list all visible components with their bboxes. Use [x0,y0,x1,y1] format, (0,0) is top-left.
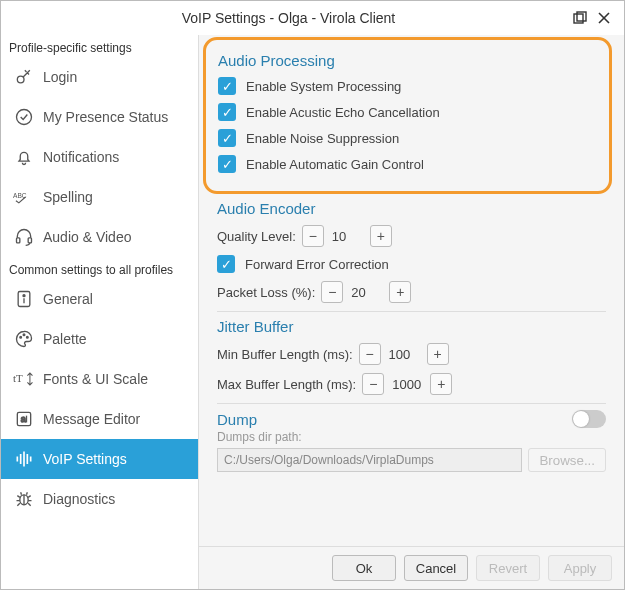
palette-icon [11,329,37,349]
svg-point-10 [23,295,25,297]
sidebar-item-audiovideo[interactable]: Audio & Video [1,217,198,257]
checkbox-icon: ✓ [218,77,236,95]
checkbox-noise-suppress[interactable]: ✓Enable Noise Suppression [218,129,597,147]
separator [217,311,606,312]
packetloss-stepper: − 20 + [321,281,411,303]
highlighted-section: Audio Processing ✓Enable System Processi… [203,37,612,194]
sidebar-item-palette[interactable]: Palette [1,319,198,359]
minbuffer-stepper: − 100 + [359,343,449,365]
sidebar-item-label: General [37,291,93,307]
sidebar-item-label: Palette [37,331,87,347]
maximize-icon[interactable] [568,6,592,30]
editor-icon: a [11,409,37,429]
checkbox-label: Enable Acustic Echo Cancellation [246,105,440,120]
sidebar-item-diagnostics[interactable]: Diagnostics [1,479,198,519]
maxbuffer-inc-button[interactable]: + [430,373,452,395]
sidebar-item-label: My Presence Status [37,109,168,125]
ok-button[interactable]: Ok [332,555,396,581]
sidebar-item-spelling[interactable]: ABC Spelling [1,177,198,217]
separator [217,403,606,404]
toggle-knob [573,411,589,427]
sidebar-item-label: Audio & Video [37,229,131,245]
key-icon [11,67,37,87]
maxbuffer-value: 1000 [390,377,424,392]
checkbox-system-processing[interactable]: ✓Enable System Processing [218,77,597,95]
sidebar-item-voip[interactable]: VoIP Settings [1,439,198,479]
sidebar-item-label: Spelling [37,189,93,205]
sidebar-item-label: Message Editor [37,411,140,427]
svg-rect-19 [17,457,19,462]
settings-window: VoIP Settings - Olga - Virola Client Pro… [0,0,625,590]
svg-point-4 [17,76,24,83]
svg-rect-8 [28,238,31,243]
sidebar-item-label: Diagnostics [37,491,115,507]
packetloss-label: Packet Loss (%): [217,285,315,300]
voip-icon [11,449,37,469]
dump-hint: Dumps dir path: [217,430,606,444]
sidebar-item-login[interactable]: Login [1,57,198,97]
checkbox-label: Enable System Processing [246,79,401,94]
sidebar-item-label: Fonts & UI Scale [37,371,148,387]
sidebar-item-general[interactable]: General [1,279,198,319]
quality-value: 10 [330,229,364,244]
checkbox-icon: ✓ [218,103,236,121]
dump-toggle[interactable] [572,410,606,428]
minbuffer-dec-button[interactable]: − [359,343,381,365]
section-title-jitter: Jitter Buffer [217,318,606,335]
sidebar-group-common: Common settings to all profiles [1,257,198,279]
checkbox-label: Forward Error Correction [245,257,389,272]
close-icon[interactable] [592,6,616,30]
minbuffer-value: 100 [387,347,421,362]
maxbuffer-label: Max Buffer Length (ms): [217,377,356,392]
checkbox-fec[interactable]: ✓Forward Error Correction [217,255,606,273]
dump-path-input [217,448,522,472]
svg-rect-23 [30,457,32,462]
checkbox-icon: ✓ [218,129,236,147]
section-title-audio-processing: Audio Processing [218,52,597,69]
quality-inc-button[interactable]: + [370,225,392,247]
packetloss-dec-button[interactable]: − [321,281,343,303]
sidebar-item-notifications[interactable]: Notifications [1,137,198,177]
sidebar: Profile-specific settings Login My Prese… [1,35,199,589]
minbuffer-label: Min Buffer Length (ms): [217,347,353,362]
checkbox-icon: ✓ [217,255,235,273]
sidebar-item-label: VoIP Settings [37,451,127,467]
svg-point-13 [23,334,25,336]
titlebar: VoIP Settings - Olga - Virola Client [1,1,624,35]
maxbuffer-dec-button[interactable]: − [362,373,384,395]
svg-rect-22 [27,454,29,464]
section-title-encoder: Audio Encoder [217,200,606,217]
svg-point-5 [17,110,32,125]
checkbox-label: Enable Automatic Gain Control [246,157,424,172]
cancel-button[interactable]: Cancel [404,555,468,581]
sidebar-group-profile: Profile-specific settings [1,35,198,57]
svg-rect-20 [20,454,22,464]
sidebar-item-presence[interactable]: My Presence Status [1,97,198,137]
svg-text:a: a [21,414,27,424]
minbuffer-inc-button[interactable]: + [427,343,449,365]
packetloss-value: 20 [349,285,383,300]
sidebar-item-fonts[interactable]: tT Fonts & UI Scale [1,359,198,399]
info-icon [11,289,37,309]
checkbox-gain-control[interactable]: ✓Enable Automatic Gain Control [218,155,597,173]
svg-point-12 [20,337,22,339]
window-title: VoIP Settings - Olga - Virola Client [9,10,568,26]
apply-button: Apply [548,555,612,581]
headset-icon [11,227,37,247]
checkbox-label: Enable Noise Suppression [246,131,399,146]
font-scale-icon: tT [11,370,37,388]
sidebar-item-label: Login [37,69,77,85]
maxbuffer-stepper: − 1000 + [362,373,452,395]
bug-icon [11,489,37,509]
checkbox-echo-cancel[interactable]: ✓Enable Acustic Echo Cancellation [218,103,597,121]
revert-button: Revert [476,555,540,581]
sidebar-item-message-editor[interactable]: a Message Editor [1,399,198,439]
svg-point-14 [27,337,29,339]
bell-icon [11,147,37,167]
svg-rect-21 [23,452,25,467]
svg-text:tT: tT [13,372,23,384]
section-title-dump: Dump [217,411,257,428]
packetloss-inc-button[interactable]: + [389,281,411,303]
footer: Ok Cancel Revert Apply [199,546,624,589]
quality-dec-button[interactable]: − [302,225,324,247]
